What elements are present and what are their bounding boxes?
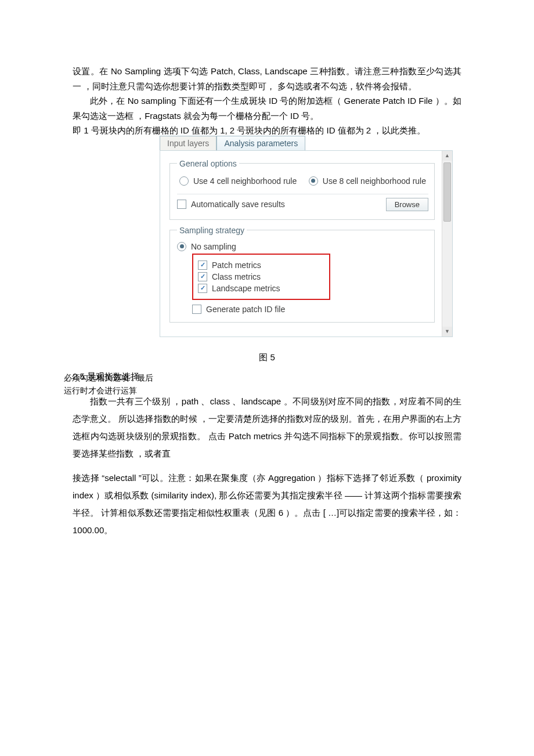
radio-no-sampling[interactable] bbox=[177, 242, 186, 251]
sampling-strategy-group: Sampling strategy No sampling Patch metr… bbox=[169, 226, 435, 323]
figure-5-caption: 图 5 bbox=[73, 352, 461, 363]
label-class-metrics: Class metrics bbox=[212, 272, 261, 281]
metrics-highlight-box: Patch metrics Class metrics Landscape me… bbox=[192, 254, 330, 300]
radio-4cell[interactable] bbox=[179, 176, 189, 186]
paragraph-2: 此外，在 No sampling 下面还有一个生成斑块 ID 号的附加选框（ G… bbox=[73, 93, 461, 123]
checkbox-generate-patch-id[interactable] bbox=[192, 305, 201, 314]
checkbox-class-metrics[interactable] bbox=[198, 272, 207, 281]
label-8cell: Use 8 cell neighborhood rule bbox=[323, 176, 426, 186]
tab-analysis-parameters[interactable]: Analysis parameters bbox=[217, 136, 305, 150]
radio-8cell[interactable] bbox=[309, 176, 318, 186]
browse-button[interactable]: Browse bbox=[386, 198, 428, 211]
side-annotation: 必须勾选相关选项，最后 运行时才会进行运算 bbox=[64, 371, 163, 397]
scrollbar[interactable]: ▲ ▼ bbox=[442, 151, 452, 337]
label-no-sampling: No sampling bbox=[191, 242, 236, 251]
side-annotation-line1: 必须勾选相关选项，最后 bbox=[64, 373, 153, 382]
general-options-legend: General options bbox=[177, 159, 239, 168]
scroll-up-icon[interactable]: ▲ bbox=[442, 151, 452, 161]
label-autosave: Automatically save results bbox=[191, 200, 285, 209]
checkbox-patch-metrics[interactable] bbox=[198, 261, 207, 270]
scroll-down-icon[interactable]: ▼ bbox=[442, 327, 452, 337]
side-annotation-line2: 运行时才会进行运算 bbox=[64, 386, 137, 395]
checkbox-landscape-metrics[interactable] bbox=[198, 284, 207, 293]
tab-input-layers[interactable]: Input layers bbox=[160, 136, 217, 150]
label-generate-patch-id: Generate patch ID file bbox=[206, 305, 285, 314]
label-landscape-metrics: Landscape metrics bbox=[212, 284, 280, 293]
general-options-group: General options Use 4 cell neighborhood … bbox=[169, 159, 435, 220]
figure-5: Input layers Analysis parameters ▲ ▼ Gen… bbox=[160, 136, 461, 337]
paragraph-4: 指数一共有三个级别 ，path 、class 、landscape 。不同级别对… bbox=[73, 393, 461, 462]
scroll-thumb[interactable] bbox=[443, 162, 451, 222]
label-4cell: Use 4 cell neighborhood rule bbox=[193, 176, 297, 186]
paragraph-1: 设置。在 No Sampling 选项下勾选 Patch, Class, Lan… bbox=[73, 64, 461, 93]
paragraph-5: 接选择 “selectall ”可以。注意：如果在聚集度（亦 Aggregati… bbox=[73, 469, 461, 539]
checkbox-autosave[interactable] bbox=[177, 200, 186, 209]
sampling-strategy-legend: Sampling strategy bbox=[177, 226, 247, 235]
label-patch-metrics: Patch metrics bbox=[212, 261, 261, 270]
